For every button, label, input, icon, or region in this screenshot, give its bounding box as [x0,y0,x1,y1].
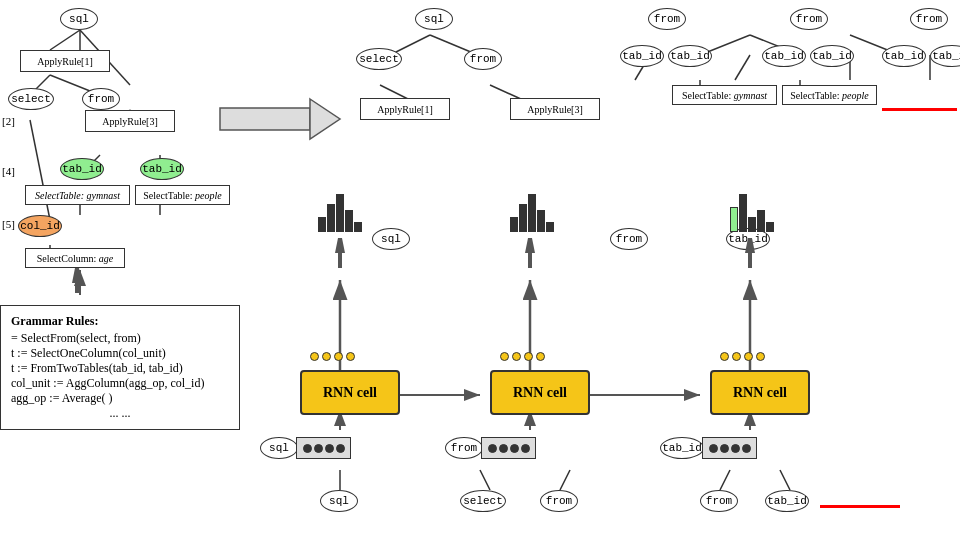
svg-line-36 [735,55,750,80]
selecttable-people-left: SelectTable: people [135,185,230,205]
from-node-above-rnn2: from [610,228,648,250]
grammar-rule5: agg_op := Average( ) [11,391,229,406]
dot3 [334,352,343,361]
svg-marker-4 [310,99,340,139]
from-node-right3: from [910,8,948,30]
dot10 [732,352,741,361]
applyrule3-rect-left: ApplyRule[3] [85,110,175,132]
tabid-node-bottom-rnn3: tab_id [765,490,809,512]
from-node-bottom-rnn2: from [540,490,578,512]
rnn-cell-2: RNN cell [490,370,590,415]
sql-node-topleft: sql [60,8,98,30]
grammar-title: Grammar Rules: [11,314,229,329]
rule2-label: [2] [2,115,15,127]
dot5 [500,352,509,361]
from-node-right1: from [648,8,686,30]
dot4 [346,352,355,361]
svg-line-6 [50,30,80,50]
tabid-right5: tab_id [882,45,926,67]
from-node-right2: from [790,8,828,30]
dot2 [322,352,331,361]
from-node-left: from [82,88,120,110]
selecttable-gymnast-right: SelectTable: gymnast [672,85,777,105]
rule5-label: [5] [2,218,15,230]
applyrule3-mid: ApplyRule[3] [510,98,600,120]
tabid-right3: tab_id [762,45,806,67]
from-node-bottom-rnn3: from [700,490,738,512]
dot12 [756,352,765,361]
tabid-node-left2: tab_id [140,158,184,180]
up-arrow-left [72,268,82,293]
red-underline-top [882,108,957,111]
rnn-cell-3: RNN cell [710,370,810,415]
dots-rect-rnn1 [296,437,351,459]
grammar-rule6: ... ... [11,406,229,421]
sql-node-mid: sql [415,8,453,30]
svg-line-42 [780,470,790,490]
dot7 [524,352,533,361]
bar-chart-mid1 [318,192,362,232]
dot9 [720,352,729,361]
tabid-right1: tab_id [620,45,664,67]
dots-output-rnn2 [500,352,545,361]
up-arrow-mid2 [525,238,535,268]
dot6 [512,352,521,361]
from-node-mid: from [464,48,502,70]
from-node-left-rnn2: from [445,437,483,459]
main-canvas: sql ApplyRule[1] select from [2] ApplyRu… [0,0,960,540]
bar-chart-right [730,192,774,232]
select-node-mid: select [356,48,402,70]
selecttable-people-right: SelectTable: people [782,85,877,105]
tabid-node-left1: tab_id [60,158,104,180]
svg-line-40 [560,470,570,490]
grammar-box: Grammar Rules: = SelectFrom(select, from… [0,305,240,430]
arrows-layer [0,0,960,540]
select-node-left: select [8,88,54,110]
dot11 [744,352,753,361]
rnn-cell-1: RNN cell [300,370,400,415]
sql-node-above-rnn2: sql [372,228,410,250]
grammar-rule2: t := SelectOneColumn(col_unit) [11,346,229,361]
select-node-bottom-rnn2: select [460,490,506,512]
sql-node-bottom-rnn1: sql [320,490,358,512]
svg-line-16 [30,120,50,220]
tabid-right6: tab_id [930,45,960,67]
svg-rect-3 [220,108,310,130]
dot1 [310,352,319,361]
dot8 [536,352,545,361]
dots-output-rnn3 [720,352,765,361]
tabid-right2: tab_id [668,45,712,67]
svg-line-39 [480,470,490,490]
applyrule1-rect-left: ApplyRule[1] [20,50,110,72]
red-underline-bottom [820,505,900,508]
tabid-node-left-rnn3: tab_id [660,437,704,459]
applyrule1-mid: ApplyRule[1] [360,98,450,120]
svg-line-41 [720,470,730,490]
colid-node-left: col_id [18,215,62,237]
grammar-rule4: col_unit := AggColumn(agg_op, col_id) [11,376,229,391]
sql-node-left-rnn1: sql [260,437,298,459]
dots-output-rnn1 [310,352,355,361]
up-arrow-mid1 [335,238,345,268]
rule4-label: [4] [2,165,15,177]
dots-rect-rnn2 [481,437,536,459]
tabid-right4: tab_id [810,45,854,67]
selecttable-gymnast-left: SelectTable: gymnast [25,185,130,205]
selectcolumn-age-left: SelectColumn: age [25,248,125,268]
bar-chart-mid2 [510,192,554,232]
grammar-rule1: = SelectFrom(select, from) [11,331,229,346]
dots-rect-rnn3 [702,437,757,459]
grammar-rule3: t := FromTwoTables(tab_id, tab_id) [11,361,229,376]
